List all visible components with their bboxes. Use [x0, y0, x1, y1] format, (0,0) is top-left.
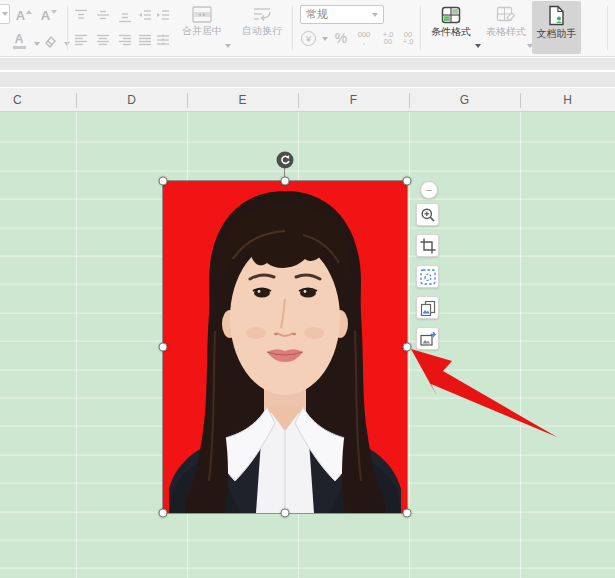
increase-decimal-button[interactable]: +.000 — [378, 29, 398, 47]
magnifier-plus-icon — [420, 207, 436, 223]
table-style-icon — [496, 6, 516, 24]
decrease-font-size-button[interactable]: A — [38, 4, 60, 26]
toolbar-divider — [292, 6, 293, 50]
handle-middle-right[interactable] — [403, 343, 412, 352]
number-format-combo[interactable]: 常规 — [300, 5, 384, 24]
handle-bottom-right[interactable] — [403, 509, 412, 518]
formula-bar[interactable] — [0, 72, 615, 87]
ribbon-toolbar: A A A — [0, 0, 615, 57]
column-separator — [76, 93, 77, 108]
column-header-f[interactable]: F — [298, 88, 409, 111]
number-format-value: 常规 — [306, 7, 369, 22]
font-color-button[interactable]: A — [6, 29, 32, 53]
color-bar-icon — [13, 46, 26, 49]
align-middle-icon — [96, 9, 110, 21]
percent-style-button[interactable]: % — [332, 29, 350, 47]
conditional-format-label: 条件格式 — [431, 27, 471, 37]
copy-icon — [420, 300, 436, 316]
font-letter: A — [16, 9, 25, 22]
decrease-decimal-icon: 00+.0 — [403, 31, 414, 46]
decrease-decimal-button[interactable]: 00+.0 — [398, 29, 418, 47]
column-header-d[interactable]: D — [76, 88, 187, 111]
align-top-button[interactable] — [72, 7, 90, 23]
doc-assistant-label: 文档助手 — [537, 29, 577, 39]
dropdown-caret-icon[interactable] — [322, 37, 328, 41]
crop-picture-button[interactable] — [416, 234, 439, 257]
copy-picture-button[interactable] — [416, 296, 439, 319]
replace-picture-button[interactable] — [416, 327, 439, 350]
align-center-icon — [96, 34, 110, 46]
dropdown-caret-icon[interactable] — [225, 44, 231, 48]
font-size-combo-partial[interactable] — [0, 4, 10, 24]
column-header-e[interactable]: E — [187, 88, 298, 111]
align-bottom-button[interactable] — [116, 9, 134, 25]
align-left-icon — [74, 34, 88, 46]
column-header-h[interactable]: H — [520, 88, 615, 111]
handle-top-right[interactable] — [403, 177, 412, 186]
conditional-format-button[interactable]: 条件格式 — [426, 6, 476, 37]
handle-top-middle[interactable] — [281, 177, 290, 186]
thousand-separator-icon: 000, — [358, 31, 371, 46]
cutout-dashed-icon — [420, 269, 436, 285]
align-right-button[interactable] — [116, 32, 134, 48]
rotate-handle[interactable] — [277, 152, 294, 169]
handle-bottom-middle[interactable] — [281, 509, 290, 518]
doc-assistant-icon — [548, 5, 565, 26]
wrap-text-label: 自动换行 — [242, 26, 282, 36]
increase-font-size-button[interactable]: A — [13, 4, 35, 26]
eraser-button[interactable] — [38, 29, 60, 53]
currency-symbol: ¥ — [306, 34, 311, 44]
minus-icon: − — [426, 185, 432, 196]
column-header-row: C D E F G H — [0, 88, 615, 112]
table-style-button[interactable]: 表格样式 — [482, 6, 530, 37]
id-photo[interactable] — [163, 181, 407, 513]
zoom-picture-button[interactable] — [416, 203, 439, 226]
align-left-button[interactable] — [72, 32, 90, 48]
column-header-g[interactable]: G — [409, 88, 520, 111]
dropdown-caret-icon — [372, 13, 378, 17]
handle-top-left[interactable] — [159, 177, 168, 186]
align-right-icon — [118, 34, 132, 46]
column-header-c[interactable]: C — [0, 88, 76, 111]
toolbar-divider — [420, 6, 421, 50]
crop-icon — [420, 238, 436, 254]
currency-style-button[interactable]: ¥ — [300, 30, 317, 47]
gridline-vertical — [76, 112, 77, 578]
align-middle-button[interactable] — [94, 7, 112, 23]
table-style-label: 表格样式 — [486, 27, 526, 37]
doc-assistant-button[interactable]: 文档助手 — [532, 5, 581, 39]
align-bottom-icon — [118, 11, 132, 23]
cutout-background-button[interactable] — [416, 265, 439, 288]
increase-indent-button[interactable] — [154, 7, 172, 23]
rotate-icon — [280, 155, 291, 166]
toolbar-divider — [67, 6, 68, 50]
increase-mark-icon — [26, 10, 32, 14]
toolbar-divider — [607, 6, 608, 50]
distribute-button[interactable] — [154, 32, 172, 48]
eraser-icon — [41, 34, 57, 48]
replace-picture-icon — [420, 331, 436, 347]
column-separator — [298, 93, 299, 108]
name-box-bar[interactable] — [0, 58, 615, 70]
wrap-text-icon — [252, 6, 272, 23]
dropdown-caret-icon[interactable] — [475, 44, 481, 48]
font-color-letter: A — [15, 33, 24, 45]
decrease-indent-button[interactable] — [136, 7, 154, 23]
justify-button[interactable] — [136, 32, 154, 48]
collapse-toolbar-button[interactable]: − — [420, 181, 438, 199]
conditional-format-icon — [441, 6, 461, 24]
handle-middle-left[interactable] — [159, 343, 168, 352]
merge-center-button[interactable]: 合并居中 — [180, 6, 224, 36]
align-center-button[interactable] — [94, 32, 112, 48]
column-separator — [187, 93, 188, 108]
column-separator — [520, 93, 521, 108]
wrap-text-button[interactable]: 自动换行 — [240, 6, 284, 36]
handle-bottom-left[interactable] — [159, 509, 168, 518]
comma-style-button[interactable]: 000, — [354, 29, 374, 47]
currency-icon: ¥ — [301, 31, 316, 46]
decrease-indent-icon — [138, 9, 152, 21]
distribute-icon — [156, 34, 170, 46]
decrease-mark-icon — [51, 10, 57, 14]
font-letter: A — [41, 9, 50, 22]
align-top-icon — [74, 9, 88, 21]
